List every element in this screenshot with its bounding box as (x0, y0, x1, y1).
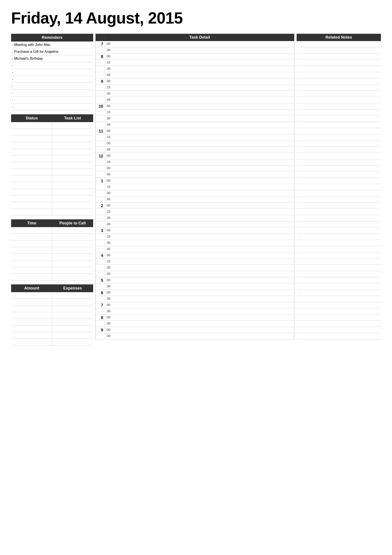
related-notes-list (297, 41, 381, 339)
related-note-row (297, 53, 381, 60)
people-call-row (11, 254, 93, 260)
task-list-row (11, 169, 93, 175)
time-slot-row: 5:00 (96, 277, 294, 284)
reminder-item: - (11, 76, 93, 83)
minute-label: :30 (105, 91, 294, 97)
minute-label: :30 (105, 284, 294, 290)
related-note-row (297, 271, 381, 277)
reminder-item: - (11, 97, 93, 103)
expenses-row (11, 332, 93, 339)
hour-label (96, 159, 105, 165)
related-note-row (297, 197, 381, 203)
minute-label: :00 (105, 290, 294, 296)
reminders-list: - Meeting with John Mac- Purchase a Gift… (11, 42, 93, 110)
minute-label: :30 (105, 321, 294, 327)
related-note-row (297, 302, 381, 308)
related-note-row (297, 308, 381, 314)
hour-label (96, 110, 105, 116)
time-slot-row: :45 (96, 197, 294, 203)
minute-label: :15 (105, 110, 294, 116)
related-note-row (297, 122, 381, 128)
task-list-header: Status Task List (11, 114, 93, 122)
related-note-row (297, 296, 381, 302)
time-slot-row: 3:00 (96, 227, 294, 234)
minute-label: :15 (105, 234, 294, 240)
hour-label (96, 97, 105, 103)
time-slot-row: 2:00 (96, 203, 294, 209)
hour-label: 4 (96, 252, 105, 258)
related-note-row (297, 252, 381, 259)
expenses-expense-label: Expenses (52, 285, 93, 292)
hour-label: 2 (96, 203, 105, 209)
minute-label: :30 (105, 240, 294, 246)
minute-label: :00 (105, 302, 294, 308)
task-list-row (11, 135, 93, 142)
task-list-row (11, 149, 93, 155)
related-note-row (297, 47, 381, 53)
related-note-row (297, 153, 381, 159)
time-slot-row: :15 (96, 159, 294, 165)
related-note-row (297, 159, 381, 165)
minute-label: :45 (105, 271, 294, 277)
hour-label (96, 47, 105, 53)
hour-label: 1 (96, 178, 105, 184)
minute-label: :45 (105, 147, 294, 153)
reminders-section: Reminders - Meeting with John Mac- Purch… (11, 34, 93, 110)
related-note-row (297, 184, 381, 190)
minute-label: :00 (105, 53, 294, 59)
time-slot-row: :30 (96, 284, 294, 290)
hour-label (96, 72, 105, 78)
expenses-row (11, 319, 93, 325)
task-list-status-label: Status (11, 115, 52, 122)
time-slot-row: :30 (96, 66, 294, 72)
schedule-rows: 7:00:308:00:15:30:459:00:15:30:4510:00:1… (96, 41, 294, 339)
reminder-item: - (11, 83, 93, 90)
related-note-row (297, 277, 381, 284)
minute-label: :45 (105, 122, 294, 128)
related-note-row (297, 209, 381, 215)
related-note-row (297, 259, 381, 265)
minute-label: :45 (105, 221, 294, 227)
minute-label: :30 (105, 47, 294, 53)
minute-label: :30 (105, 165, 294, 171)
right-column: Related Notes (294, 34, 381, 339)
minute-label: :30 (105, 265, 294, 271)
related-note-row (297, 265, 381, 271)
people-call-header: Time People to Call (11, 219, 93, 227)
hour-label: 10 (96, 103, 105, 109)
related-note-row (297, 103, 381, 110)
minute-label: :30 (105, 333, 294, 339)
hour-label (96, 259, 105, 265)
related-note-row (297, 240, 381, 246)
hour-label (96, 308, 105, 314)
minute-label: :45 (105, 246, 294, 252)
related-note-row (297, 134, 381, 140)
time-slot-row: 4:00 (96, 252, 294, 259)
hour-label (96, 321, 105, 327)
minute-label: :30 (105, 308, 294, 314)
hour-label (96, 91, 105, 97)
minute-label: :30 (105, 140, 294, 146)
time-slot-row: :15 (96, 85, 294, 91)
expenses-row (11, 306, 93, 312)
time-slot-row: :45 (96, 122, 294, 128)
minute-label: :00 (105, 203, 294, 209)
time-slot-row: :30 (96, 91, 294, 97)
time-slot-row: :30 (96, 140, 294, 147)
related-note-row (297, 227, 381, 234)
related-note-row (297, 72, 381, 78)
people-call-row (11, 260, 93, 267)
hour-label (96, 60, 105, 66)
hour-label: 5 (96, 277, 105, 283)
minute-label: :00 (105, 103, 294, 109)
time-slot-row: :15 (96, 209, 294, 215)
task-list-rows (11, 122, 93, 215)
related-note-row (297, 221, 381, 227)
hour-label: 8 (96, 53, 105, 59)
hour-label: 11 (96, 128, 105, 134)
hour-label (96, 271, 105, 277)
expenses-row (11, 325, 93, 332)
reminder-item: - (11, 62, 93, 69)
minute-label: :30 (105, 190, 294, 196)
people-call-row (11, 247, 93, 254)
